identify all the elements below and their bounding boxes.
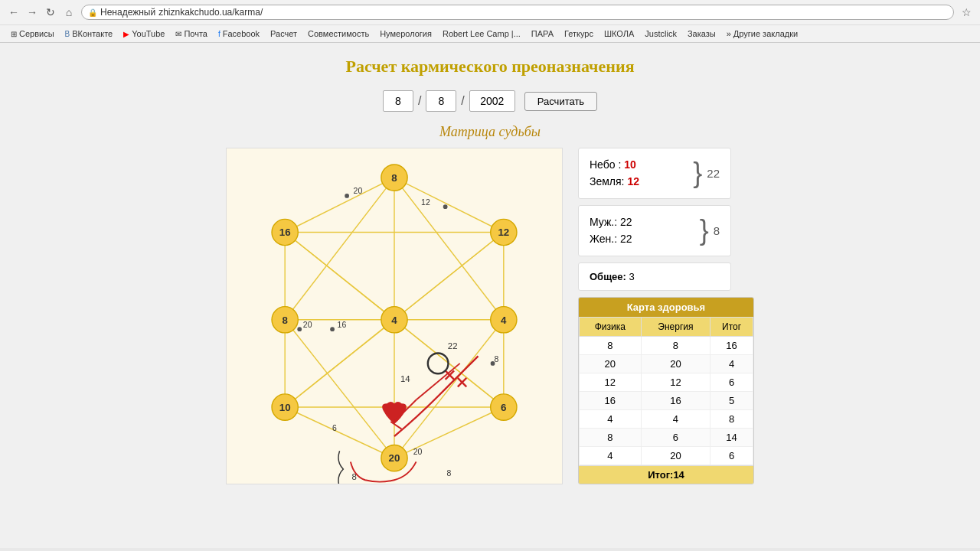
security-label: Ненадежный [100, 7, 155, 18]
svg-text:20: 20 [413, 448, 423, 456]
forward-button[interactable]: → [24, 5, 40, 20]
svg-text:8: 8 [391, 172, 397, 184]
sky-earth-result: 22 [707, 167, 720, 180]
sep2: / [461, 94, 464, 108]
svg-text:20: 20 [389, 452, 400, 464]
bm-getkurs[interactable]: Геткурс [560, 28, 598, 40]
health-row-0: 8816 [580, 336, 753, 354]
month-input[interactable] [426, 90, 456, 112]
bm-vk-icon: В [65, 30, 70, 38]
svg-text:4: 4 [391, 315, 397, 326]
svg-text:20: 20 [354, 187, 363, 195]
health-row-5: 8614 [580, 428, 753, 446]
svg-text:6: 6 [332, 424, 337, 432]
svg-point-42 [443, 204, 448, 209]
bm-sovmest[interactable]: Совместимость [303, 28, 374, 40]
health-cell-0-1: 8 [641, 336, 710, 354]
health-cell-1-2: 4 [710, 354, 753, 373]
svg-text:14: 14 [400, 374, 410, 383]
bm-servisy[interactable]: ⊞Сервисы [6, 28, 59, 40]
svg-text:12: 12 [498, 227, 509, 238]
home-button[interactable]: ⌂ [61, 5, 77, 20]
calc-row: / / Расчитать [0, 90, 980, 112]
health-footer: Итог:14 [579, 465, 753, 484]
health-cell-3-1: 16 [641, 391, 710, 409]
health-cell-0-2: 16 [710, 336, 753, 354]
health-cell-1-1: 20 [641, 354, 710, 373]
bm-para[interactable]: ПАРА [527, 28, 558, 40]
general-panel: Общее: 3 [578, 262, 731, 291]
gender-result: 8 [714, 224, 720, 237]
svg-text:10: 10 [279, 402, 291, 413]
url-text: zhiznkakchudo.ua/karma/ [158, 7, 263, 18]
svg-text:12: 12 [421, 198, 430, 207]
health-cell-4-0: 4 [580, 409, 642, 428]
calc-button[interactable]: Расчитать [524, 92, 597, 111]
sky-earth-text: Небо : 10 Земля: 12 [590, 156, 639, 191]
bm-vk[interactable]: ВВКонтакте [60, 28, 118, 40]
bookmarks-bar: ⊞Сервисы ВВКонтакте ▶YouTube ✉Почта fFac… [0, 24, 980, 42]
svg-text:16: 16 [338, 321, 347, 329]
general-text: Общее: 3 [590, 271, 635, 282]
col-energiya: Энергия [641, 317, 710, 336]
bm-shkola[interactable]: ШКОЛА [599, 28, 639, 40]
bm-mail-icon: ✉ [175, 30, 181, 38]
health-cell-3-2: 5 [710, 391, 753, 409]
bracket-icon-2: } [700, 217, 709, 244]
health-table: Физика Энергия Итог 88162020412126161654… [579, 317, 753, 465]
bm-fb[interactable]: fFacebook [214, 28, 264, 40]
bookmark-star[interactable]: ☆ [959, 5, 974, 20]
bm-mail[interactable]: ✉Почта [171, 28, 212, 40]
health-row-1: 20204 [580, 354, 753, 373]
health-cell-2-2: 6 [710, 373, 753, 391]
browser-toolbar: ← → ↻ ⌂ 🔒 Ненадежный zhiznkakchudo.ua/ka… [0, 0, 980, 24]
bm-numer[interactable]: Нумерология [375, 28, 436, 40]
female-label: Жен.: [590, 233, 617, 245]
bm-justclick[interactable]: Justclick [640, 28, 681, 40]
main-content: 8 12 4 6 20 10 8 16 4 20 12 20 16 [0, 148, 980, 484]
health-row-4: 448 [580, 409, 753, 428]
svg-point-43 [297, 327, 302, 331]
earth-value: 12 [627, 175, 639, 187]
reload-button[interactable]: ↻ [43, 5, 58, 20]
bm-other[interactable]: » Другие закладки [722, 28, 802, 40]
male-label: Муж.: [590, 216, 617, 228]
security-icon: 🔒 [88, 8, 97, 17]
svg-text:22: 22 [448, 341, 458, 350]
address-bar[interactable]: 🔒 Ненадежный zhiznkakchudo.ua/karma/ [81, 5, 954, 20]
health-row-6: 4206 [580, 446, 753, 465]
col-itog: Итог [710, 317, 753, 336]
svg-point-44 [330, 327, 335, 331]
svg-text:8: 8 [282, 315, 287, 326]
svg-text:20: 20 [303, 321, 312, 329]
year-input[interactable] [469, 90, 515, 112]
gender-bracket: } 8 [700, 217, 720, 244]
matrix-title: Матрица судьбы [0, 124, 980, 140]
male-row: Муж.: 22 [590, 214, 632, 230]
day-input[interactable] [383, 90, 413, 112]
sky-earth-panel: Небо : 10 Земля: 12 } 22 [578, 148, 731, 199]
svg-text:8: 8 [494, 355, 498, 364]
svg-text:4: 4 [501, 315, 507, 326]
svg-text:16: 16 [279, 227, 291, 238]
sky-label: Небо : [590, 158, 621, 171]
health-cell-3-0: 16 [580, 391, 642, 409]
bm-raschet[interactable]: Расчет [266, 28, 302, 40]
health-cell-1-0: 20 [580, 354, 642, 373]
bm-fb-icon: f [218, 30, 220, 38]
back-button[interactable]: ← [6, 5, 21, 20]
health-cell-4-1: 4 [641, 409, 710, 428]
health-cell-2-0: 12 [580, 373, 642, 391]
col-fizika: Физика [580, 317, 642, 336]
health-cell-2-1: 12 [641, 373, 710, 391]
nav-buttons: ← → ↻ ⌂ [6, 5, 77, 20]
right-panels: Небо : 10 Земля: 12 } 22 Муж.: [578, 148, 754, 484]
earth-row: Земля: 12 [590, 173, 639, 190]
matrix-container: 8 12 4 6 20 10 8 16 4 20 12 20 16 [226, 148, 563, 484]
bm-servisy-icon: ⊞ [11, 30, 17, 38]
health-card-title: Карта здоровья [579, 298, 753, 317]
bm-robert[interactable]: Robert Lee Camp |... [438, 28, 525, 40]
bm-yt[interactable]: ▶YouTube [119, 28, 169, 40]
matrix-svg: 8 12 4 6 20 10 8 16 4 20 12 20 16 [227, 148, 562, 484]
bm-zakazy[interactable]: Заказы [683, 28, 720, 40]
